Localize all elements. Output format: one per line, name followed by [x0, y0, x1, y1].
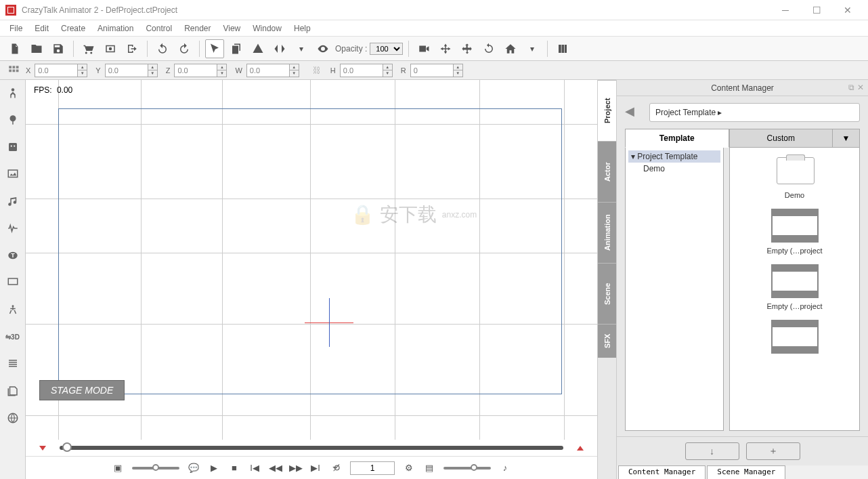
panel-close-icon[interactable]: ✕ [857, 83, 864, 92]
menu-animation[interactable]: Animation [92, 22, 139, 35]
menu-file[interactable]: File [4, 22, 28, 35]
audio-wave-icon[interactable] [4, 220, 22, 237]
opacity-select[interactable]: 100 [370, 43, 403, 55]
vtab-scene[interactable]: Scene [598, 263, 616, 324]
dropdown-icon[interactable]: ▾ [523, 39, 542, 58]
tree-child[interactable]: Demo [628, 163, 720, 175]
tree-root[interactable]: ▾ Project Template [628, 150, 720, 163]
list-icon[interactable] [4, 355, 22, 373]
zoom-slider[interactable] [443, 467, 491, 470]
note-icon[interactable]: ♪ [499, 463, 511, 473]
bars-icon[interactable] [553, 39, 572, 58]
vtab-project[interactable]: Project [598, 80, 616, 141]
rotate-icon[interactable] [479, 39, 498, 58]
speed-slider[interactable] [132, 467, 179, 470]
back-button[interactable]: ◀ [625, 104, 643, 121]
x-spinner[interactable]: ▲▼ [78, 64, 87, 77]
h-input[interactable] [340, 64, 383, 77]
vtab-animation[interactable]: Animation [598, 202, 616, 263]
menu-help[interactable]: Help [288, 22, 316, 35]
link-icon[interactable]: ⛓ [307, 61, 326, 80]
align-icon[interactable]: ▾ [292, 39, 311, 58]
last-frame-button[interactable]: ▶I [309, 463, 322, 473]
menu-edit[interactable]: Edit [29, 22, 54, 35]
first-frame-button[interactable]: I◀ [248, 463, 261, 473]
new-icon[interactable] [5, 39, 24, 58]
video-camera-icon[interactable] [414, 39, 433, 58]
copy-icon[interactable] [227, 39, 246, 58]
menu-create[interactable]: Create [56, 22, 91, 35]
stop-button[interactable]: ■ [228, 463, 240, 473]
scrub-handle[interactable] [62, 442, 72, 452]
undock-icon[interactable]: ⧉ [848, 83, 854, 92]
prev-frame-button[interactable]: ◀◀ [269, 463, 281, 473]
select-tool-icon[interactable] [205, 39, 224, 58]
files-icon[interactable] [4, 382, 22, 400]
text-icon[interactable]: T [4, 247, 22, 264]
save-icon[interactable] [49, 39, 68, 58]
tab-custom[interactable]: Custom [729, 129, 833, 148]
menu-control[interactable]: Control [140, 22, 177, 35]
export-icon[interactable] [123, 39, 142, 58]
home-icon[interactable] [501, 39, 520, 58]
next-frame-button[interactable]: ▶▶ [289, 463, 301, 473]
cart-icon[interactable] [79, 39, 98, 58]
menu-view[interactable]: View [217, 22, 246, 35]
r-spinner[interactable]: ▲▼ [454, 64, 463, 77]
undo-icon[interactable] [153, 39, 172, 58]
x-input[interactable] [35, 64, 78, 77]
content-item[interactable] [771, 153, 819, 187]
settings-icon[interactable]: ⚙ [403, 463, 415, 473]
music-icon[interactable] [4, 192, 22, 210]
character-icon[interactable] [4, 84, 22, 102]
opacity-control[interactable]: Opacity : 100 [335, 43, 403, 55]
y-spinner[interactable]: ▲▼ [148, 64, 158, 77]
image-icon[interactable] [4, 165, 22, 183]
globe-icon[interactable] [4, 409, 22, 427]
minimize-button[interactable]: ─ [771, 1, 800, 20]
loop-button[interactable]: ⟲̸ [330, 463, 342, 473]
w-spinner[interactable]: ▲▼ [290, 64, 299, 77]
shape-icon[interactable] [248, 39, 267, 58]
timeline-icon[interactable]: ▤ [423, 463, 435, 473]
face-icon[interactable] [4, 138, 22, 156]
tab-menu-icon[interactable]: ▼ [833, 129, 860, 148]
flip-icon[interactable] [270, 39, 289, 58]
tab-template[interactable]: Template [625, 129, 729, 148]
menu-window[interactable]: Window [247, 22, 287, 35]
timeline-scrubber[interactable] [26, 440, 597, 456]
camera-icon[interactable] [101, 39, 120, 58]
tree-icon[interactable] [4, 111, 22, 129]
close-button[interactable]: ✕ [833, 1, 863, 20]
y-input[interactable] [105, 64, 148, 77]
scrub-end-marker[interactable] [577, 446, 584, 451]
content-tree[interactable]: ▾ Project Template Demo [625, 148, 724, 431]
3d-icon[interactable]: ⇋3D [4, 328, 22, 346]
screen-icon[interactable] [4, 274, 22, 291]
visibility-icon[interactable] [313, 39, 332, 58]
scrub-start-marker[interactable] [39, 446, 46, 451]
z-input[interactable] [174, 64, 217, 77]
play-button[interactable]: ▶ [208, 463, 220, 473]
open-icon[interactable] [27, 39, 46, 58]
redo-icon[interactable] [175, 39, 194, 58]
r-input[interactable] [410, 64, 454, 77]
vtab-actor[interactable]: Actor [598, 141, 616, 202]
breadcrumb[interactable]: Project Template ▸ [649, 103, 860, 122]
w-input[interactable] [246, 64, 290, 77]
stage-canvas[interactable]: FPS: 0.00 🔒 安下载anxz.com STAGE MODE [26, 80, 597, 440]
grid-icon[interactable] [5, 62, 22, 79]
speech-icon[interactable]: 💬 [188, 463, 200, 473]
vtab-sfx[interactable]: SFX [598, 324, 616, 358]
z-spinner[interactable]: ▲▼ [217, 64, 227, 77]
bottom-tab-scene-manager[interactable]: Scene Manager [707, 465, 785, 479]
content-item[interactable] [771, 209, 819, 243]
content-item[interactable] [771, 320, 819, 354]
move-icon[interactable] [458, 39, 477, 58]
content-item[interactable] [771, 264, 819, 298]
maximize-button[interactable]: ☐ [802, 1, 831, 20]
h-spinner[interactable]: ▲▼ [383, 64, 393, 77]
current-frame-input[interactable] [350, 461, 395, 475]
menu-render[interactable]: Render [179, 22, 216, 35]
center-icon[interactable] [436, 39, 455, 58]
